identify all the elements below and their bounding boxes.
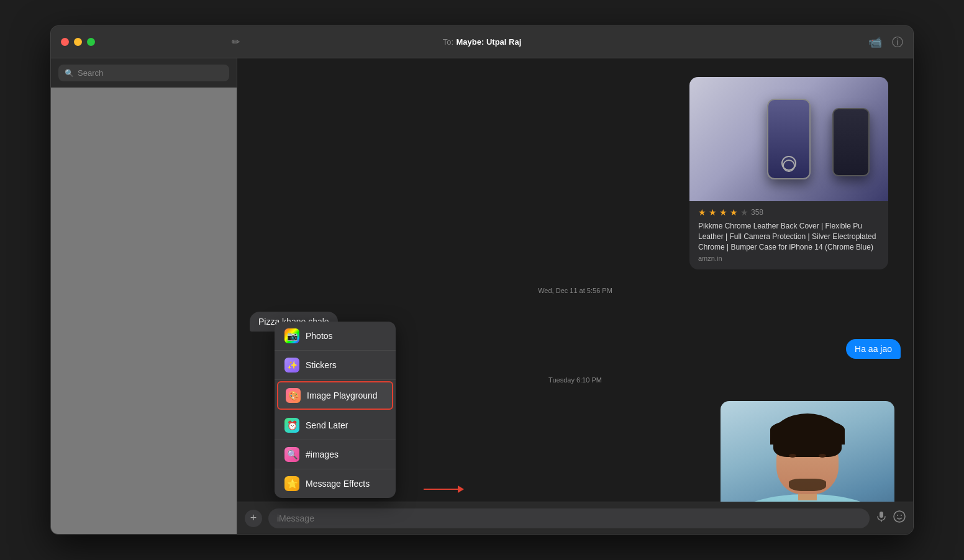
popup-item-stickers[interactable]: ✨ Stickers [275,351,396,380]
message-sent-1: Ha aa jao [846,339,901,359]
image-playground-icon: 🎨 [286,388,301,403]
title-right-icons: 📹 ⓘ [717,35,903,50]
search-label: Search [78,68,103,78]
send-later-label: Send Later [306,420,348,430]
star-2: ★ [709,207,717,217]
review-count: 358 [751,208,763,217]
photos-label: Photos [306,331,333,341]
product-card-inner: ★ ★ ★ ★ ★ 358 Pikkme Chrome Leather Back… [689,77,888,269]
phone-mockup-2 [832,108,870,176]
minimize-button[interactable] [74,38,82,46]
stickers-icon: ✨ [284,358,299,373]
popup-item-hash-images[interactable]: 🔍 #images [275,440,396,469]
search-icon: 🔍 [65,69,74,78]
product-url: amzn.in [698,255,880,262]
close-button[interactable] [61,38,69,46]
arrow-indicator [424,485,464,493]
svg-point-3 [897,515,898,516]
arrow-line [424,489,458,490]
popup-item-photos[interactable]: 📷 Photos [275,322,396,351]
audio-icon[interactable] [876,511,887,525]
hash-images-label: #images [306,449,339,459]
product-details: ★ ★ ★ ★ ★ 358 Pikkme Chrome Leather Back… [689,201,888,269]
messages-window: ✏ To: Maybe: Utpal Raj 📹 ⓘ 🔍 Search [50,25,914,535]
title-center: To: Maybe: Utpal Raj [247,37,717,48]
title-bar-left: ✏ [61,36,247,48]
star-3: ★ [719,207,727,217]
contact-name: Maybe: Utpal Raj [457,37,522,47]
popup-item-image-playground[interactable]: 🎨 Image Playground [277,381,393,410]
popup-menu: 📷 Photos ✨ Stickers 🎨 Image Playground ⏰… [275,322,396,498]
product-title: Pikkme Chrome Leather Back Cover | Flexi… [698,221,880,252]
popup-item-send-later[interactable]: ⏰ Send Later [275,411,396,440]
title-bar: ✏ To: Maybe: Utpal Raj 📹 ⓘ [51,26,913,58]
product-stars: ★ ★ ★ ★ ★ 358 [698,207,880,217]
svg-point-4 [901,515,902,516]
compose-icon[interactable]: ✏ [232,36,240,48]
star-4: ★ [730,207,738,217]
arrow-head [458,485,464,493]
input-area: + [237,502,913,534]
plus-icon: + [250,512,257,525]
hash-images-icon: 🔍 [284,447,299,462]
popup-item-message-effects[interactable]: ⭐ Message Effects [275,469,396,498]
ai-portrait [721,401,894,502]
stickers-label: Stickers [306,360,337,370]
svg-point-2 [894,511,905,522]
message-effects-icon: ⭐ [284,476,299,491]
sidebar: 🔍 Search [51,58,237,534]
traffic-lights [61,38,95,46]
svg-rect-0 [880,512,883,518]
search-bar[interactable]: 🔍 Search [58,65,229,81]
product-card: ★ ★ ★ ★ ★ 358 Pikkme Chrome Leather Back… [689,71,894,269]
video-call-icon[interactable]: 📹 [868,35,882,49]
star-1: ★ [698,207,706,217]
message-effects-label: Message Effects [306,479,370,489]
main-area: 🔍 Search [51,58,913,534]
image-playground-label: Image Playground [307,391,378,400]
timestamp-1: Wed, Dec 11 at 5:56 PM [250,287,901,294]
message-input[interactable] [268,508,870,528]
phone-mockup-1 [767,99,811,179]
sidebar-list [51,88,237,534]
plus-button[interactable]: + [245,510,262,527]
star-5: ★ [740,207,748,217]
emoji-icon[interactable] [893,510,906,526]
to-label: To: [443,37,453,47]
send-later-icon: ⏰ [284,418,299,433]
maximize-button[interactable] [87,38,95,46]
ai-image-container: Read Yesterday [721,401,894,502]
photos-icon: 📷 [284,328,299,343]
info-icon[interactable]: ⓘ [892,35,903,50]
chat-area: ★ ★ ★ ★ ★ 358 Pikkme Chrome Leather Back… [237,58,913,534]
product-image [689,77,888,201]
